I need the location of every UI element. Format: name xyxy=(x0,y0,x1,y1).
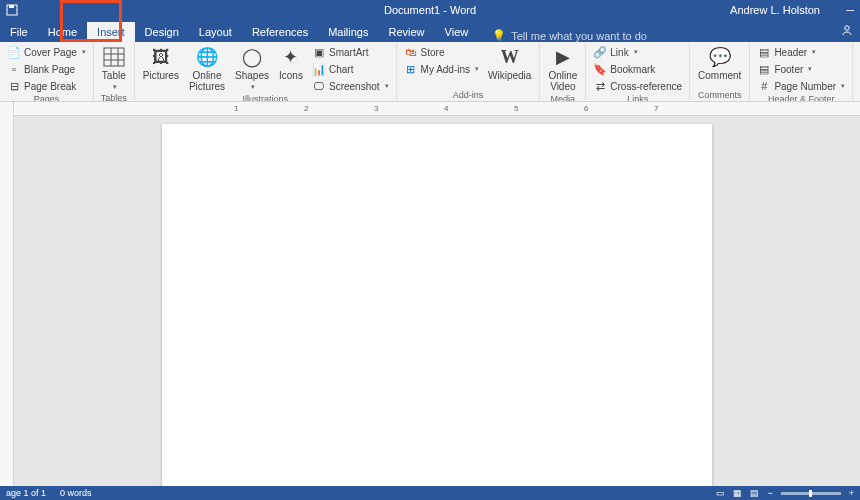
wikipedia-button[interactable]: WWikipedia xyxy=(484,44,535,83)
tab-insert[interactable]: Insert xyxy=(87,22,135,42)
group-tables: Table Tables xyxy=(94,42,135,101)
xref-icon: ⇄ xyxy=(593,79,607,93)
page-number-icon: # xyxy=(757,79,771,93)
video-icon: ▶ xyxy=(551,46,575,68)
online-pictures-button[interactable]: 🌐Online Pictures xyxy=(185,44,229,94)
user-name[interactable]: Andrew L. Holston xyxy=(730,4,820,16)
footer-icon: ▤ xyxy=(757,62,771,76)
document-page[interactable] xyxy=(162,124,712,486)
tab-layout[interactable]: Layout xyxy=(189,22,242,42)
page-indicator[interactable]: age 1 of 1 xyxy=(6,488,46,498)
tell-me-search[interactable]: 💡 Tell me what you want to do xyxy=(492,29,647,42)
page-break-button[interactable]: ⊟Page Break xyxy=(4,78,89,94)
tab-view[interactable]: View xyxy=(435,22,479,42)
shapes-icon: ◯ xyxy=(240,46,264,68)
store-button[interactable]: 🛍Store xyxy=(401,44,482,60)
cross-reference-button[interactable]: ⇄Cross-reference xyxy=(590,78,685,94)
wikipedia-icon: W xyxy=(498,46,522,68)
bookmark-icon: 🔖 xyxy=(593,62,607,76)
zoom-slider[interactable] xyxy=(781,492,841,495)
tab-design[interactable]: Design xyxy=(135,22,189,42)
group-text: AText Box ▦Quick Parts AWordArt A̲Drop C… xyxy=(853,42,860,101)
view-web-layout-icon[interactable]: ▤ xyxy=(750,488,759,498)
tab-home[interactable]: Home xyxy=(38,22,87,42)
page-number-button[interactable]: #Page Number xyxy=(754,78,848,94)
view-read-mode-icon[interactable]: ▭ xyxy=(716,488,725,498)
footer-button[interactable]: ▤Footer xyxy=(754,61,848,77)
page-canvas[interactable] xyxy=(14,116,860,486)
zoom-out-icon[interactable]: − xyxy=(767,488,772,498)
page-break-icon: ⊟ xyxy=(7,79,21,93)
minimize-icon[interactable]: ─ xyxy=(846,4,854,16)
svg-point-2 xyxy=(845,26,849,30)
header-icon: ▤ xyxy=(757,45,771,59)
lightbulb-icon: 💡 xyxy=(492,29,506,42)
tab-file[interactable]: File xyxy=(0,22,38,42)
group-comments: 💬Comment Comments xyxy=(690,42,750,101)
shapes-button[interactable]: ◯Shapes xyxy=(231,44,273,93)
online-video-button[interactable]: ▶Online Video xyxy=(544,44,581,94)
ribbon-tabs: File Home Insert Design Layout Reference… xyxy=(0,20,860,42)
view-print-layout-icon[interactable]: ▦ xyxy=(733,488,742,498)
svg-rect-3 xyxy=(104,48,124,66)
comment-button[interactable]: 💬Comment xyxy=(694,44,745,83)
pictures-icon: 🖼 xyxy=(149,46,173,68)
store-icon: 🛍 xyxy=(404,45,418,59)
screenshot-icon: 🖵 xyxy=(312,79,326,93)
tab-references[interactable]: References xyxy=(242,22,318,42)
link-icon: 🔗 xyxy=(593,45,607,59)
cover-page-icon: 📄 xyxy=(7,45,21,59)
my-addins-button[interactable]: ⊞My Add-ins xyxy=(401,61,482,77)
icons-button[interactable]: ✦Icons xyxy=(275,44,307,83)
icons-icon: ✦ xyxy=(279,46,303,68)
smartart-button[interactable]: ▣SmartArt xyxy=(309,44,392,60)
header-button[interactable]: ▤Header xyxy=(754,44,848,60)
link-button[interactable]: 🔗Link xyxy=(590,44,685,60)
group-addins: 🛍Store ⊞My Add-ins WWikipedia Add-ins xyxy=(397,42,541,101)
status-bar: age 1 of 1 0 words ▭ ▦ ▤ − + xyxy=(0,486,860,500)
group-illustrations: 🖼Pictures 🌐Online Pictures ◯Shapes ✦Icon… xyxy=(135,42,397,101)
blank-page-icon: ▫ xyxy=(7,62,21,76)
title-bar: Document1 - Word Andrew L. Holston ─ xyxy=(0,0,860,20)
table-button[interactable]: Table xyxy=(98,44,130,93)
smartart-icon: ▣ xyxy=(312,45,326,59)
chart-icon: 📊 xyxy=(312,62,326,76)
word-count[interactable]: 0 words xyxy=(60,488,92,498)
document-area: 1 2 3 4 5 6 7 xyxy=(0,102,860,486)
comment-icon: 💬 xyxy=(708,46,732,68)
bookmark-button[interactable]: 🔖Bookmark xyxy=(590,61,685,77)
cover-page-button[interactable]: 📄Cover Page xyxy=(4,44,89,60)
document-title: Document1 - Word xyxy=(384,4,476,16)
pictures-button[interactable]: 🖼Pictures xyxy=(139,44,183,83)
ribbon: 📄Cover Page ▫Blank Page ⊟Page Break Page… xyxy=(0,42,860,102)
group-header-footer: ▤Header ▤Footer #Page Number Header & Fo… xyxy=(750,42,853,101)
share-icon[interactable] xyxy=(840,23,854,37)
blank-page-button[interactable]: ▫Blank Page xyxy=(4,61,89,77)
table-icon xyxy=(102,46,126,68)
save-icon[interactable] xyxy=(6,4,18,16)
online-pictures-icon: 🌐 xyxy=(195,46,219,68)
horizontal-ruler[interactable]: 1 2 3 4 5 6 7 xyxy=(14,102,860,116)
tab-mailings[interactable]: Mailings xyxy=(318,22,378,42)
group-media: ▶Online Video Media xyxy=(540,42,586,101)
chart-button[interactable]: 📊Chart xyxy=(309,61,392,77)
tab-review[interactable]: Review xyxy=(379,22,435,42)
zoom-in-icon[interactable]: + xyxy=(849,488,854,498)
svg-rect-1 xyxy=(9,5,14,8)
group-pages: 📄Cover Page ▫Blank Page ⊟Page Break Page… xyxy=(0,42,94,101)
group-links: 🔗Link 🔖Bookmark ⇄Cross-reference Links xyxy=(586,42,690,101)
vertical-ruler[interactable] xyxy=(0,102,14,486)
screenshot-button[interactable]: 🖵Screenshot xyxy=(309,78,392,94)
addins-icon: ⊞ xyxy=(404,62,418,76)
